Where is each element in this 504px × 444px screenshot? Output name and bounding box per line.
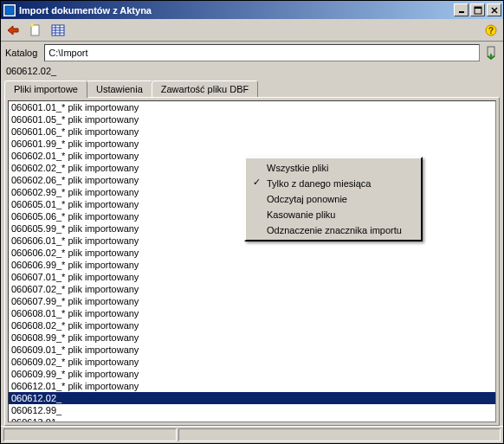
minimize-button[interactable] bbox=[454, 3, 468, 16]
list-item[interactable]: 060612.01_* plik importowany bbox=[9, 380, 495, 392]
menu-item-label: Odznaczenie znacznika importu bbox=[267, 225, 402, 235]
window-title: Import dokumentów z Aktyna bbox=[19, 5, 454, 16]
menu-item-label: Tylko z danego miesiąca bbox=[267, 178, 371, 189]
list-item[interactable]: 060609.02_* plik importowany bbox=[9, 356, 495, 368]
list-item[interactable]: 060612.02_ bbox=[9, 392, 495, 404]
status-bar bbox=[1, 426, 503, 443]
list-item[interactable]: 060607.01_* plik importowany bbox=[9, 271, 495, 283]
list-item[interactable]: 060601.06_* plik importowany bbox=[9, 125, 495, 138]
open-folder-button[interactable] bbox=[483, 44, 499, 61]
svg-point-7 bbox=[30, 23, 34, 27]
list-item[interactable]: 060609.99_* plik importowany bbox=[9, 368, 495, 380]
list-item[interactable]: 060607.99_* plik importowany bbox=[9, 295, 495, 307]
list-item[interactable]: 060608.02_* plik importowany bbox=[9, 319, 495, 331]
close-button[interactable] bbox=[487, 3, 501, 16]
svg-text:?: ? bbox=[488, 26, 494, 35]
list-item[interactable]: 060613.01_ bbox=[9, 416, 495, 422]
tab-2[interactable]: Zawartość pliku DBF bbox=[152, 80, 258, 97]
list-item[interactable]: 060612.99_ bbox=[9, 404, 495, 416]
list-item[interactable]: 060601.01_* plik importowany bbox=[9, 101, 495, 113]
title-bar: Import dokumentów z Aktyna bbox=[1, 1, 503, 19]
list-item[interactable]: 060606.02_* plik importowany bbox=[9, 247, 495, 259]
menu-item-label: Wszystkie pliki bbox=[267, 163, 329, 173]
grid-button[interactable] bbox=[49, 22, 67, 39]
back-button[interactable] bbox=[4, 22, 22, 39]
svg-rect-0 bbox=[5, 6, 14, 15]
menu-item-label: Kasowanie pliku bbox=[267, 209, 336, 220]
toolbar: ? bbox=[1, 19, 503, 42]
menu-item-0[interactable]: Wszystkie pliki bbox=[248, 160, 419, 176]
katalog-input[interactable] bbox=[44, 44, 480, 61]
katalog-row: Katalog bbox=[1, 42, 503, 63]
list-item[interactable]: 060609.01_* plik importowany bbox=[9, 344, 495, 356]
list-item[interactable]: 060601.05_* plik importowany bbox=[9, 113, 495, 125]
status-panel-2 bbox=[178, 428, 501, 441]
list-item[interactable]: 060608.99_* plik importowany bbox=[9, 331, 495, 344]
help-button[interactable]: ? bbox=[482, 22, 500, 39]
menu-item-2[interactable]: Odczytaj ponownie bbox=[248, 191, 419, 207]
file-list[interactable]: 060601.01_* plik importowany060601.05_* … bbox=[8, 100, 496, 422]
menu-item-4[interactable]: Odznaczenie znacznika importu bbox=[248, 222, 419, 238]
menu-item-label: Odczytaj ponownie bbox=[267, 194, 347, 204]
new-document-button[interactable] bbox=[27, 22, 44, 39]
list-item[interactable]: 060606.99_* plik importowany bbox=[9, 259, 495, 271]
katalog-label: Katalog bbox=[5, 48, 41, 58]
context-menu: Wszystkie pliki✓Tylko z danego miesiącaO… bbox=[244, 157, 423, 241]
tab-1[interactable]: Ustawienia bbox=[87, 80, 152, 97]
menu-item-1[interactable]: ✓Tylko z danego miesiąca bbox=[248, 176, 419, 191]
main-window: Import dokumentów z Aktyna ? Katalog 060… bbox=[0, 0, 504, 444]
selected-file-text: 060612.02_ bbox=[1, 63, 503, 80]
check-icon: ✓ bbox=[253, 177, 261, 188]
list-item[interactable]: 060601.99_* plik importowany bbox=[9, 138, 495, 150]
list-item[interactable]: 060608.01_* plik importowany bbox=[9, 307, 495, 319]
status-panel-1 bbox=[3, 428, 177, 441]
tab-content-files: 060601.01_* plik importowany060601.05_* … bbox=[4, 97, 500, 426]
list-item[interactable]: 060607.02_* plik importowany bbox=[9, 283, 495, 295]
app-icon bbox=[3, 3, 16, 17]
menu-item-3[interactable]: Kasowanie pliku bbox=[248, 207, 419, 222]
tab-0[interactable]: Pliki importowe bbox=[4, 80, 87, 98]
maximize-button[interactable] bbox=[470, 3, 485, 16]
tab-strip: Pliki importoweUstawieniaZawartość pliku… bbox=[1, 80, 503, 97]
